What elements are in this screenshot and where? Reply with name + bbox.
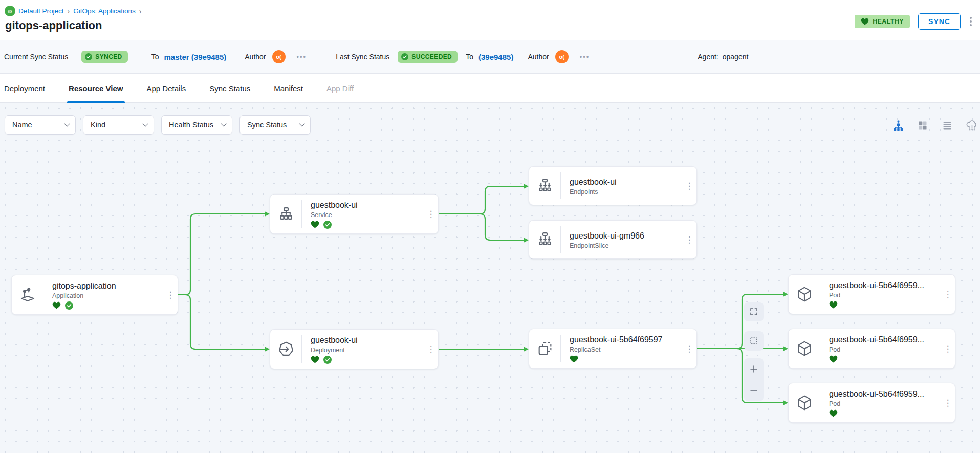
expand-icon [749,307,758,316]
deployment-icon [270,335,302,363]
page-header: ∞ Default Project › GitOps: Applications… [0,0,980,40]
tab-app-diff[interactable]: App Diff [326,74,354,102]
health-status-badge: HEALTHY [855,15,910,28]
node-service[interactable]: guestbook-ui Service ⋮ [270,194,439,234]
breadcrumb-separator: › [68,7,70,15]
node-menu-button[interactable]: ⋮ [424,330,438,369]
current-sync-more-menu[interactable]: ••• [297,53,307,61]
marquee-select-button[interactable] [744,331,764,351]
sync-status-bar: Current Sync Status SYNCED To master (39… [0,40,980,74]
node-title: guestbook-ui-5b64f6959... [829,390,939,399]
chevron-down-icon [142,121,148,126]
tab-deployment[interactable]: Deployment [4,74,45,102]
healthy-heart-icon [829,409,838,417]
divider [321,51,321,62]
node-kind: Pod [829,400,939,407]
service-icon [270,200,302,228]
node-pod-1[interactable]: guestbook-ui-5b64f6959... Pod ⋮ [788,274,955,314]
last-target-revision-link[interactable]: (39e9485) [478,53,513,61]
pod-icon [789,281,820,308]
breadcrumb: ∞ Default Project › GitOps: Applications… [5,6,980,16]
succeeded-badge-label: SUCCEEDED [411,53,452,60]
node-menu-button[interactable]: ⋮ [941,383,955,422]
tree-view-icon[interactable] [891,118,905,133]
node-pod-3[interactable]: guestbook-ui-5b64f6959... Pod ⋮ [788,383,955,423]
agent-label: Agent: [698,53,718,61]
node-title: guestbook-ui-5b64f69597 [570,335,680,344]
chevron-down-icon [299,121,304,126]
node-application[interactable]: gitops-application Application ⋮ [11,275,178,315]
healthy-heart-icon [52,301,61,309]
breadcrumb-project-link[interactable]: Default Project [18,7,64,15]
node-deployment[interactable]: guestbook-ui Deployment ⋮ [270,329,439,369]
resource-graph-canvas[interactable]: Name Kind Health Status Sync Status [0,103,980,453]
network-map-view-icon[interactable] [965,118,979,133]
node-title: guestbook-ui-5b64f6959... [829,335,939,344]
filter-label: Health Status [169,121,213,129]
author-avatar: o( [555,50,569,63]
check-circle-icon [401,53,408,60]
tab-manifest[interactable]: Manifest [274,74,303,102]
application-icon [12,281,43,309]
healthy-heart-icon [311,356,319,363]
filter-name-dropdown[interactable]: Name [5,115,76,135]
author-avatar: o( [272,50,286,63]
tab-sync-status[interactable]: Sync Status [209,74,250,102]
current-target-revision-link[interactable]: master (39e9485) [164,53,227,61]
filter-row: Name Kind Health Status Sync Status [5,115,311,135]
synced-check-icon [323,356,332,364]
node-pod-2[interactable]: guestbook-ui-5b64f6959... Pod ⋮ [788,329,955,369]
node-kind: Service [311,211,422,219]
sync-button[interactable]: SYNC [918,13,961,30]
author-label: Author [528,53,549,61]
filter-sync-status-dropdown[interactable]: Sync Status [239,115,311,135]
grid-view-icon[interactable] [916,118,930,133]
node-kind: Pod [829,346,939,353]
node-title: guestbook-ui [311,201,422,210]
node-title: guestbook-ui-5b64f6959... [829,281,939,290]
fit-to-screen-button[interactable] [744,302,764,321]
divider [687,51,687,62]
pod-icon [789,335,820,362]
node-endpointslice[interactable]: guestbook-ui-gm966 EndpointSlice ⋮ [529,220,697,259]
node-menu-button[interactable]: ⋮ [682,221,696,258]
view-toggle-group [891,118,979,133]
chevron-down-icon [64,121,70,126]
header-more-menu-icon[interactable] [969,16,973,27]
filter-health-status-dropdown[interactable]: Health Status [161,115,232,135]
last-sync-status-label: Last Sync Status [336,53,389,61]
filter-kind-dropdown[interactable]: Kind [83,115,154,135]
filter-label: Kind [91,121,105,129]
to-label: To [466,53,473,61]
node-menu-button[interactable]: ⋮ [682,329,696,368]
node-menu-button[interactable]: ⋮ [682,167,696,205]
breadcrumb-applications-link[interactable]: GitOps: Applications [73,7,136,15]
node-menu-button[interactable]: ⋮ [941,275,955,314]
list-view-icon[interactable] [940,118,954,133]
zoom-out-button[interactable] [744,380,764,401]
node-kind: Endpoints [570,188,680,196]
chevron-down-icon [221,121,226,126]
pod-icon [789,389,820,417]
node-menu-button[interactable]: ⋮ [163,275,178,314]
author-label: Author [245,53,266,61]
node-menu-button[interactable]: ⋮ [941,329,955,368]
node-kind: Deployment [311,347,422,354]
synced-badge: SYNCED [81,51,127,63]
healthy-heart-icon [570,355,578,363]
healthy-heart-icon [311,221,319,228]
tab-resource-view[interactable]: Resource View [69,74,123,102]
current-sync-status-label: Current Sync Status [4,53,68,61]
to-label: To [151,53,159,61]
synced-check-icon [323,221,332,229]
endpoints-icon [529,172,561,199]
gitops-logo-icon: ∞ [5,6,15,16]
tab-app-details[interactable]: App Details [147,74,186,102]
node-menu-button[interactable]: ⋮ [424,195,438,233]
node-title: gitops-application [52,282,161,291]
node-replicaset[interactable]: guestbook-ui-5b64f69597 ReplicaSet ⋮ [529,329,697,369]
node-endpoints[interactable]: guestbook-ui Endpoints ⋮ [529,166,697,205]
heart-icon [861,18,869,25]
zoom-in-button[interactable] [744,358,764,380]
last-sync-more-menu[interactable]: ••• [580,53,590,61]
